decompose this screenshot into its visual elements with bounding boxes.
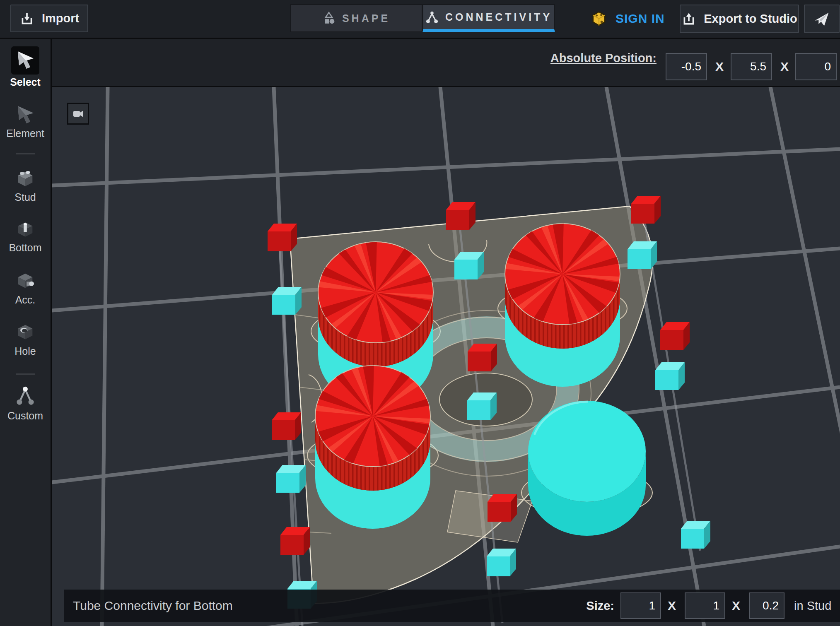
connector-cube-cyan: [681, 521, 710, 549]
sidebar-divider: [16, 373, 35, 375]
send-button[interactable]: [804, 5, 840, 33]
select-cursor-icon: [15, 50, 35, 70]
sidebar-item-acc[interactable]: Acc.: [0, 269, 51, 306]
sidebar-item-custom[interactable]: Custom: [0, 385, 51, 422]
sidebar-item-hole[interactable]: Hole: [0, 320, 51, 357]
connector-cube-red: [446, 202, 476, 230]
sidebar-item-label: Stud: [0, 191, 51, 203]
sidebar-item-element[interactable]: Element: [0, 104, 51, 140]
absolute-position-x-input[interactable]: [666, 53, 707, 80]
paper-plane-icon: [813, 11, 830, 27]
tab-connectivity-label: CONNECTIVITY: [445, 11, 552, 23]
absolute-position-label: Absolute Position:: [441, 51, 657, 65]
videocam-icon: [72, 107, 85, 120]
size-y-input[interactable]: [685, 592, 725, 619]
accessory-brick-icon: [14, 269, 36, 291]
sidebar-item-label: Custom: [0, 410, 51, 422]
connector-cube-cyan: [655, 362, 685, 390]
absolute-position-bar: Absolute Position: X X: [52, 39, 840, 87]
camera-view-button[interactable]: [67, 103, 89, 125]
import-button[interactable]: Import: [10, 5, 88, 32]
absolute-position-y-input[interactable]: [731, 53, 772, 80]
part-designer-app: Import SHAPE CONNECTIVITY: [0, 0, 840, 626]
connector-cube-red: [272, 412, 301, 440]
size-unit-label: in Stud: [794, 590, 831, 622]
size-z-input[interactable]: [749, 592, 784, 619]
custom-connectivity-icon: [14, 385, 36, 407]
tab-connectivity[interactable]: CONNECTIVITY: [422, 4, 555, 32]
sidebar-divider: [16, 153, 35, 154]
sidebar-item-label: Acc.: [0, 294, 51, 306]
tab-shape-label: SHAPE: [342, 12, 390, 24]
connector-cube-red: [468, 344, 497, 371]
connector-cube-cyan: [628, 241, 657, 269]
3d-viewport[interactable]: [0, 0, 840, 626]
sidebar-item-label: Element: [0, 128, 51, 140]
export-to-studio-button[interactable]: Export to Studio: [680, 5, 799, 33]
connector-cube-red: [280, 527, 310, 555]
connector-cube-red: [268, 224, 297, 251]
bottom-status-bar: Tube Connectivity for Bottom Size: X X i…: [64, 590, 840, 622]
shape-icon: [322, 12, 336, 25]
size-x-input[interactable]: [620, 592, 661, 619]
absolute-position-z-input[interactable]: [795, 53, 837, 80]
brick-logo-icon: [590, 10, 608, 28]
export-icon: [681, 12, 696, 26]
connector-cube-red: [660, 322, 690, 350]
status-text: Tube Connectivity for Bottom: [73, 590, 233, 622]
sidebar-item-label: Bottom: [0, 242, 51, 254]
import-label: Import: [42, 12, 79, 25]
hole-brick-icon: [14, 320, 36, 342]
connector-cube-cyan: [454, 252, 484, 279]
import-icon: [19, 11, 34, 26]
connector-cube-cyan: [276, 465, 306, 493]
separator-x-1: X: [710, 53, 729, 80]
connector-cube-cyan: [487, 549, 516, 576]
sidebar-item-label: Hole: [0, 345, 51, 357]
size-separator-1: X: [664, 592, 680, 619]
sidebar-item-stud[interactable]: Stud: [0, 166, 51, 203]
connector-cube-cyan: [272, 287, 302, 315]
sidebar-item-select[interactable]: Select: [0, 46, 51, 88]
element-cursor-icon: [15, 104, 35, 124]
stud-brick-icon: [14, 166, 36, 188]
size-label: Size:: [554, 590, 614, 622]
sidebar-item-label: Select: [0, 76, 51, 88]
connector-cube-red: [488, 494, 517, 522]
sign-in-label: SIGN IN: [616, 12, 665, 26]
size-separator-2: X: [728, 592, 744, 619]
connector-cube-red: [631, 196, 661, 224]
tab-shape[interactable]: SHAPE: [290, 4, 422, 32]
tube-connector-cylinder[interactable]: [528, 401, 646, 536]
stud-connector-cylinder-2[interactable]: [505, 224, 620, 387]
export-label: Export to Studio: [704, 12, 797, 26]
bottom-tube-brick-icon: [14, 217, 36, 238]
top-bar: Import SHAPE CONNECTIVITY: [0, 0, 840, 39]
separator-x-2: X: [775, 53, 794, 80]
sidebar-item-bottom[interactable]: Bottom: [0, 217, 51, 254]
sign-in-button[interactable]: SIGN IN: [590, 5, 665, 33]
tool-sidebar: Select Element Stud: [0, 39, 52, 626]
stud-connector-cylinder-3[interactable]: [315, 366, 430, 529]
connector-cube-cyan: [467, 392, 497, 420]
connectivity-icon: [425, 10, 439, 24]
